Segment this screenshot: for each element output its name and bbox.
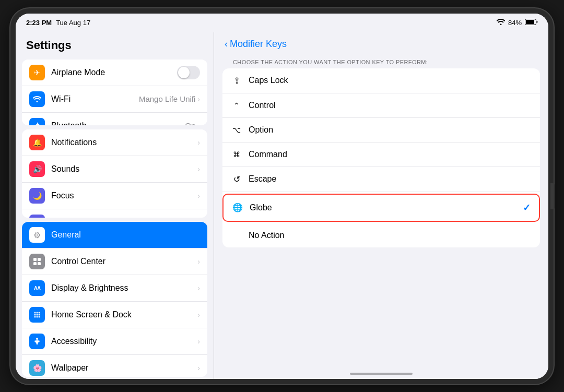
svg-point-7 xyxy=(37,312,38,314)
svg-rect-5 xyxy=(38,262,41,265)
wifi-label: Wi-Fi xyxy=(51,94,139,104)
home-button[interactable] xyxy=(550,183,555,209)
airplane-label: Airplane Mode xyxy=(51,68,177,77)
accessibility-label: Accessibility xyxy=(51,337,197,346)
svg-point-10 xyxy=(37,314,38,316)
option-command[interactable]: ⌘ Command xyxy=(222,142,540,167)
sidebar-item-focus[interactable]: 🌙 Focus › xyxy=(22,183,207,209)
bluetooth-value: On xyxy=(185,121,195,125)
sidebar-item-notifications[interactable]: 🔔 Notifications › xyxy=(22,129,207,156)
status-date: Tue Aug 17 xyxy=(56,19,90,27)
svg-rect-3 xyxy=(38,258,41,261)
controlcenter-label: Control Center xyxy=(51,257,197,266)
wallpaper-label: Wallpaper xyxy=(51,363,197,373)
option-globe[interactable]: 🌐 Globe ✓ xyxy=(222,194,540,222)
home-indicator xyxy=(214,369,548,379)
sidebar-item-bluetooth[interactable]: ✦ Bluetooth On › xyxy=(22,113,207,126)
sidebar-item-accessibility[interactable]: Accessibility › xyxy=(22,328,207,355)
notifications-icon: 🔔 xyxy=(29,135,45,150)
option-label: Option xyxy=(249,125,532,135)
wallpaper-chevron: › xyxy=(197,364,200,372)
sidebar-item-sounds[interactable]: 🔊 Sounds › xyxy=(22,156,207,183)
command-icon: ⌘ xyxy=(231,150,242,159)
general-icon: ⚙ xyxy=(29,227,45,243)
controlcenter-icon xyxy=(29,254,45,269)
sidebar-item-screentime[interactable]: ⏱ Screen Time › xyxy=(22,209,207,218)
svg-rect-2 xyxy=(33,258,37,261)
wifi-chevron: › xyxy=(197,95,200,103)
sounds-label: Sounds xyxy=(51,164,197,174)
back-label: Modifier Keys xyxy=(230,39,287,50)
sidebar-item-displaybrightness[interactable]: AA Display & Brightness › xyxy=(22,275,207,302)
sidebar-item-homescreendock[interactable]: Home Screen & Dock › xyxy=(22,302,207,328)
sidebar-item-controlcenter[interactable]: Control Center › xyxy=(22,248,207,275)
globe-icon: 🌐 xyxy=(232,203,243,212)
status-bar: 2:23 PM Tue Aug 17 84% xyxy=(16,14,548,32)
bluetooth-chevron: › xyxy=(197,122,200,126)
sidebar-item-wallpaper[interactable]: 🌸 Wallpaper › xyxy=(22,355,207,376)
homescreendock-chevron: › xyxy=(197,311,200,319)
capslock-label: Caps Lock xyxy=(249,76,532,85)
option-icon-sym: ⌥ xyxy=(231,126,242,134)
svg-point-6 xyxy=(34,312,36,314)
sounds-chevron: › xyxy=(197,165,200,173)
svg-point-9 xyxy=(34,314,36,316)
svg-rect-1 xyxy=(526,20,534,24)
focus-icon: 🌙 xyxy=(29,188,45,204)
options-list: ⇪ Caps Lock ⌃ Control ⌥ Option xyxy=(222,68,540,247)
wifi-value: Mango Life Unifi xyxy=(139,94,195,103)
focus-label: Focus xyxy=(51,191,197,200)
displaybrightness-label: Display & Brightness xyxy=(51,283,197,293)
ipad-screen: 2:23 PM Tue Aug 17 84% xyxy=(16,14,548,379)
svg-point-14 xyxy=(39,316,40,318)
sidebar-item-general[interactable]: ⚙ General xyxy=(22,222,207,248)
sidebar-item-airplane[interactable]: ✈ Airplane Mode xyxy=(22,60,207,86)
control-icon: ⌃ xyxy=(231,101,242,110)
bluetooth-label: Bluetooth xyxy=(51,121,185,126)
notifications-label: Notifications xyxy=(51,138,197,147)
capslock-icon: ⇪ xyxy=(231,76,242,86)
screentime-icon: ⏱ xyxy=(29,215,45,218)
wifi-icon xyxy=(497,19,505,27)
sidebar-group-preferences: ⚙ General Control xyxy=(22,222,207,376)
wallpaper-icon: 🌸 xyxy=(29,360,45,376)
section-label: CHOOSE THE ACTION YOU WANT THE OPTION KE… xyxy=(214,55,548,68)
svg-point-13 xyxy=(37,316,38,318)
svg-point-12 xyxy=(34,316,36,318)
focus-chevron: › xyxy=(197,192,200,200)
globe-label: Globe xyxy=(250,203,523,212)
sounds-icon: 🔊 xyxy=(29,161,45,177)
accessibility-chevron: › xyxy=(197,337,200,346)
sidebar-title: Settings xyxy=(16,32,214,57)
home-bar xyxy=(350,373,413,375)
accessibility-icon xyxy=(29,334,45,349)
back-chevron-icon: ‹ xyxy=(225,39,228,50)
option-capslock[interactable]: ⇪ Caps Lock xyxy=(222,68,540,93)
svg-point-15 xyxy=(36,338,38,340)
airplane-icon: ✈ xyxy=(29,65,45,80)
displaybrightness-chevron: › xyxy=(197,284,200,292)
option-noaction[interactable]: No Action xyxy=(222,223,540,247)
battery-icon xyxy=(525,19,538,27)
homescreendock-icon xyxy=(29,307,45,323)
back-button[interactable]: ‹ Modifier Keys xyxy=(214,32,548,55)
svg-point-8 xyxy=(39,312,40,314)
option-option[interactable]: ⌥ Option xyxy=(222,118,540,142)
option-control[interactable]: ⌃ Control xyxy=(222,93,540,118)
main-content: Settings ✈ Airplane Mode xyxy=(16,32,548,379)
controlcenter-chevron: › xyxy=(197,257,200,266)
wifi-icon-sidebar xyxy=(29,91,45,107)
status-icons: 84% xyxy=(497,19,538,27)
control-label: Control xyxy=(249,101,532,110)
option-escape[interactable]: ↺ Escape xyxy=(222,167,540,192)
general-label: General xyxy=(51,230,200,240)
right-panel: ‹ Modifier Keys CHOOSE THE ACTION YOU WA… xyxy=(214,32,548,379)
globe-checkmark: ✓ xyxy=(523,202,531,213)
escape-icon: ↺ xyxy=(231,174,242,184)
svg-point-11 xyxy=(39,314,40,316)
sidebar-item-wifi[interactable]: Wi-Fi Mango Life Unifi › xyxy=(22,86,207,113)
airplane-toggle[interactable] xyxy=(177,66,200,79)
notifications-chevron: › xyxy=(197,138,200,147)
sidebar: Settings ✈ Airplane Mode xyxy=(16,32,214,379)
status-time: 2:23 PM xyxy=(26,19,52,27)
